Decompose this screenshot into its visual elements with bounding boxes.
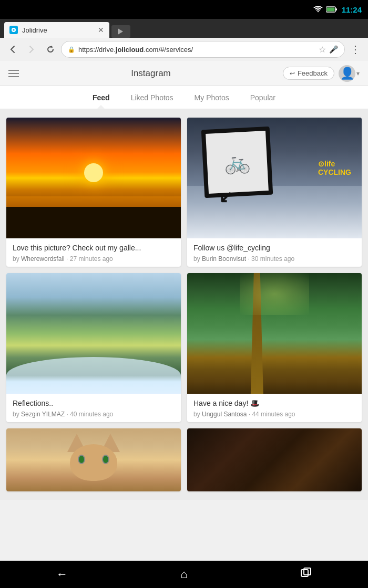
- tab-liked-photos[interactable]: Liked Photos: [120, 86, 184, 109]
- card-meta-3: by Sezgin YILMAZ · 40 minutes ago: [13, 411, 175, 418]
- feedback-arrow-icon: ↩: [290, 70, 295, 77]
- battery-icon: [326, 6, 338, 13]
- forest-light: [240, 273, 310, 315]
- card-author-4: Unggul Santosa: [202, 411, 247, 418]
- menu-line-1: [8, 70, 19, 71]
- photo-image-forest: [187, 273, 362, 394]
- back-nav-icon[interactable]: ←: [56, 568, 68, 581]
- bookmark-star-icon[interactable]: ☆: [319, 45, 326, 55]
- new-tab-button[interactable]: [111, 25, 130, 38]
- cycling-logo: ⊙lifeCYCLING: [318, 160, 351, 176]
- recents-nav-icon[interactable]: [300, 567, 312, 582]
- svg-rect-1: [335, 8, 337, 10]
- app-content: Instagram ↩ Feedback 👤 ▾ Feed Liked Phot…: [0, 61, 368, 561]
- photo-card-4[interactable]: Have a nice day! 🎩 by Unggul Santosa · 4…: [187, 273, 362, 422]
- card-time-1: 27 minutes ago: [70, 255, 113, 262]
- cat-eyes: [78, 455, 109, 464]
- status-bar: 11:24: [0, 0, 368, 19]
- menu-line-2: [8, 73, 19, 74]
- tab-bar: Jolidrive ✕: [0, 19, 368, 38]
- cat-eye-right: [102, 455, 109, 464]
- tab-popular[interactable]: Popular: [240, 86, 286, 109]
- waterfall-mist: [6, 357, 181, 394]
- browser-menu-button[interactable]: ⋮: [347, 41, 364, 58]
- tab-title: Jolidrive: [22, 26, 94, 34]
- user-dropdown-icon[interactable]: ▾: [356, 70, 360, 77]
- svg-rect-2: [326, 8, 334, 12]
- user-avatar-button[interactable]: 👤: [339, 65, 355, 82]
- card-info-4: Have a nice day! 🎩 by Unggul Santosa · 4…: [187, 394, 362, 422]
- refresh-button[interactable]: [42, 41, 59, 58]
- cat-eye-left: [78, 455, 85, 464]
- ssl-lock-icon: 🔒: [68, 46, 75, 53]
- bottom-navigation: ← ⌂: [0, 561, 368, 588]
- photo-image-waterfall: [6, 273, 181, 394]
- cycling-arrow: ↙: [219, 187, 233, 207]
- svg-rect-7: [304, 568, 311, 575]
- card-info-1: Love this picture? Check out my galle...…: [6, 238, 181, 267]
- wifi-icon: [313, 6, 323, 13]
- card-title-1: Love this picture? Check out my galle...: [13, 244, 175, 252]
- photo-image-dark: [187, 428, 362, 491]
- tab-feed[interactable]: Feed: [82, 86, 120, 109]
- photo-card-5-partial[interactable]: [6, 428, 181, 491]
- forward-button[interactable]: [23, 41, 40, 58]
- card-meta-1: by Wherewordsfail · 27 minutes ago: [13, 255, 175, 262]
- menu-line-3: [8, 76, 19, 77]
- feedback-label: Feedback: [298, 69, 328, 77]
- photo-card-3[interactable]: Reflections.. by Sezgin YILMAZ · 40 minu…: [6, 273, 181, 422]
- microphone-icon[interactable]: 🎤: [329, 45, 338, 54]
- card-title-2: Follow us @life_cycling: [193, 244, 355, 252]
- card-meta-4: by Unggul Santosa · 44 minutes ago: [193, 411, 355, 418]
- photo-grid: Love this picture? Check out my galle...…: [0, 109, 368, 500]
- svg-rect-6: [301, 570, 308, 576]
- browser-tab-active[interactable]: Jolidrive ✕: [4, 22, 109, 38]
- photo-card-6-partial[interactable]: [187, 428, 362, 491]
- card-title-3: Reflections..: [13, 399, 175, 407]
- sunset-rocks: [6, 207, 181, 238]
- browser-nav-bar: 🔒 https://drive.jolicloud.com/#/services…: [0, 38, 368, 61]
- back-button[interactable]: [4, 41, 21, 58]
- jolidrive-favicon: [9, 26, 18, 34]
- cycling-sign: [201, 127, 273, 198]
- url-text: https://drive.jolicloud.com/#/services/: [78, 46, 315, 54]
- home-nav-icon[interactable]: ⌂: [180, 568, 187, 581]
- status-icons: [313, 6, 338, 13]
- app-title: Instagram: [19, 68, 283, 79]
- card-author-2: Burin Boonvisut: [202, 255, 246, 262]
- recents-icon-svg: [300, 567, 312, 579]
- status-time: 11:24: [342, 5, 362, 14]
- card-meta-2: by Burin Boonvisut · 30 minutes ago: [193, 255, 355, 262]
- tab-my-photos[interactable]: My Photos: [184, 86, 240, 109]
- card-time-3: 40 minutes ago: [70, 411, 113, 418]
- card-info-3: Reflections.. by Sezgin YILMAZ · 40 minu…: [6, 394, 181, 422]
- svg-marker-4: [118, 28, 123, 35]
- hamburger-menu-button[interactable]: [8, 70, 19, 77]
- photo-card-1[interactable]: Love this picture? Check out my galle...…: [6, 118, 181, 267]
- card-time-2: 30 minutes ago: [251, 255, 294, 262]
- tab-close-button[interactable]: ✕: [98, 26, 104, 34]
- photo-feed: Love this picture? Check out my galle...…: [0, 109, 368, 561]
- card-title-4: Have a nice day! 🎩: [193, 399, 355, 407]
- photo-card-2[interactable]: ⊙lifeCYCLING ↙ Follow us @life_cycling b…: [187, 118, 362, 267]
- browser-chrome: Jolidrive ✕ 🔒: [0, 19, 368, 61]
- card-info-2: Follow us @life_cycling by Burin Boonvis…: [187, 238, 362, 267]
- photo-image-cat: [6, 428, 181, 491]
- photo-image-cycling: ⊙lifeCYCLING ↙: [187, 118, 362, 238]
- card-author-3: Sezgin YILMAZ: [21, 411, 65, 418]
- user-icon: 👤: [340, 67, 354, 80]
- card-author-1: Wherewordsfail: [21, 255, 65, 262]
- sunset-sun: [84, 163, 103, 182]
- feedback-button[interactable]: ↩ Feedback: [283, 67, 334, 80]
- card-time-4: 44 minutes ago: [252, 411, 295, 418]
- photo-image-sunset: [6, 118, 181, 238]
- instagram-header: Instagram ↩ Feedback 👤 ▾: [0, 61, 368, 86]
- navigation-tabs: Feed Liked Photos My Photos Popular: [0, 86, 368, 109]
- url-bar[interactable]: 🔒 https://drive.jolicloud.com/#/services…: [61, 41, 345, 58]
